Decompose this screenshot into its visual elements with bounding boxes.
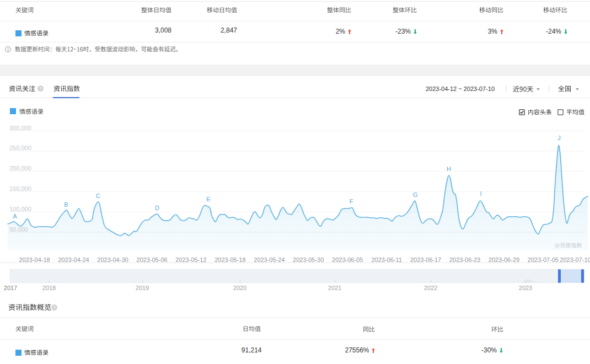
svg-text:D: D	[155, 205, 159, 211]
svg-text:B: B	[64, 201, 68, 208]
svg-text:100,000: 100,000	[9, 206, 31, 212]
svg-text:300,000: 300,000	[9, 125, 31, 131]
svg-text:250,000: 250,000	[9, 144, 31, 151]
svg-text:?: ?	[39, 86, 42, 91]
svg-text:200,000: 200,000	[9, 165, 31, 172]
svg-text:F: F	[350, 198, 353, 205]
svg-text:J: J	[557, 135, 561, 141]
svg-text:E: E	[206, 196, 210, 202]
svg-text:C: C	[96, 192, 100, 199]
svg-text:50,000: 50,000	[9, 226, 28, 233]
svg-text:H: H	[447, 165, 451, 172]
svg-text:I: I	[480, 190, 481, 197]
svg-text:?: ?	[53, 305, 56, 310]
svg-text:150,000: 150,000	[9, 185, 31, 192]
svg-text:A: A	[13, 213, 17, 220]
svg-text:G: G	[413, 191, 418, 198]
